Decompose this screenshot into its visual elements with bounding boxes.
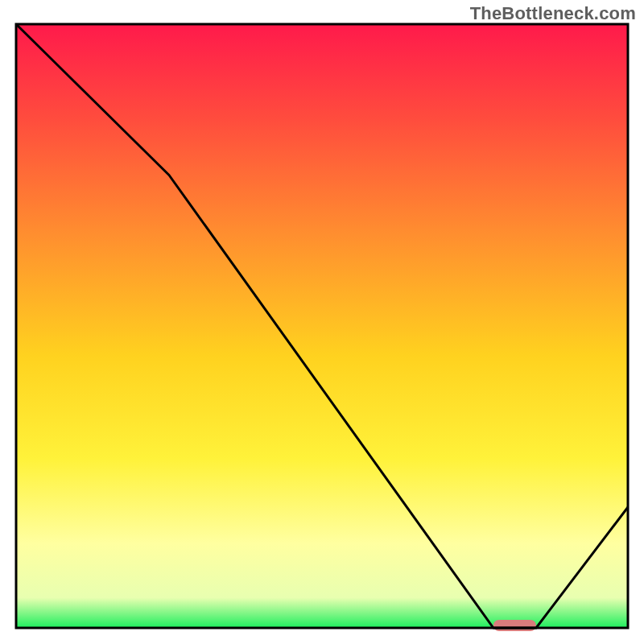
optimal-range-marker: [493, 620, 536, 631]
bottleneck-chart: [0, 0, 644, 644]
watermark-text: TheBottleneck.com: [470, 3, 636, 24]
chart-container: TheBottleneck.com: [0, 0, 644, 644]
